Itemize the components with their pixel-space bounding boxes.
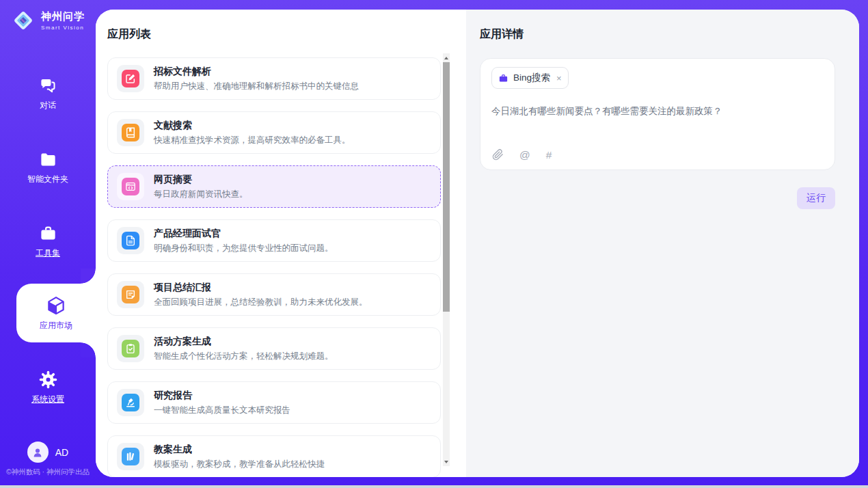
sidebar-item-app-market[interactable]: 应用市场 bbox=[16, 284, 96, 342]
app-desc: 智能生成个性化活动方案，轻松解决规划难题。 bbox=[154, 351, 334, 362]
user-icon bbox=[31, 446, 44, 459]
paperclip-icon[interactable] bbox=[492, 149, 504, 161]
sidebar-item-label: 对话 bbox=[40, 100, 56, 111]
app-card-literature-search[interactable]: 文献搜索 快速精准查找学术资源，提高研究效率的必备工具。 bbox=[107, 111, 441, 154]
app-card-project-report[interactable]: 项目总结汇报 全面回顾项目进展，总结经验教训，助力未来优化发展。 bbox=[107, 273, 441, 316]
hash-icon[interactable]: # bbox=[546, 150, 552, 161]
app-card-web-summary[interactable]: 网页摘要 每日政府新闻资讯快查。 bbox=[107, 165, 441, 208]
brand-diamond-icon bbox=[11, 8, 36, 33]
app-card-lesson-plan[interactable]: 教案生成 模板驱动，教案秒成，教学准备从此轻松快捷 bbox=[107, 435, 441, 477]
main-content: 应用列表 招标文件解析 帮助用户快速、准确地理解和解析招标书中的关键信息 文献搜… bbox=[96, 10, 859, 477]
books-icon bbox=[122, 448, 139, 465]
sidebar-item-label: 系统设置 bbox=[31, 394, 64, 405]
app-desc: 模板驱动，教案秒成，教学准备从此轻松快捷 bbox=[154, 459, 325, 470]
sidebar-item-toolset[interactable]: 工具集 bbox=[0, 224, 96, 259]
sidebar-item-label: 工具集 bbox=[36, 247, 60, 259]
run-button[interactable]: 运行 bbox=[797, 187, 835, 209]
sidebar-item-label: 应用市场 bbox=[40, 320, 72, 331]
sidebar-item-chat[interactable]: 对话 bbox=[0, 77, 96, 111]
chat-icon bbox=[39, 77, 57, 95]
app-desc: 明确身份和职责，为您提供专业性的面试问题。 bbox=[154, 243, 334, 254]
app-detail-panel: 应用详情 Bing搜索 × 今日湖北有哪些新闻要点？有哪些需要关注的最新政策？ … bbox=[466, 10, 859, 477]
prompt-card[interactable]: Bing搜索 × 今日湖北有哪些新闻要点？有哪些需要关注的最新政策？ @ # bbox=[480, 58, 835, 170]
briefcase-icon bbox=[498, 73, 508, 83]
prompt-text[interactable]: 今日湖北有哪些新闻要点？有哪些需要关注的最新政策？ bbox=[491, 105, 824, 118]
avatar bbox=[27, 442, 49, 463]
brand-subtitle: Smart Vision bbox=[41, 25, 85, 31]
app-card-pm-interviewer[interactable]: 产品经理面试官 明确身份和职责，为您提供专业性的面试问题。 bbox=[107, 219, 441, 262]
microscope-icon bbox=[122, 394, 139, 411]
app-title: 活动方案生成 bbox=[154, 336, 334, 348]
brand-name: 神州问学 bbox=[41, 10, 85, 23]
book-icon bbox=[122, 124, 139, 141]
app-list-panel: 应用列表 招标文件解析 帮助用户快速、准确地理解和解析招标书中的关键信息 文献搜… bbox=[96, 10, 466, 477]
sidebar: 神州问学 Smart Vision 对话 智能文件夹 工具集 应用市场 系统设置… bbox=[0, 0, 96, 488]
list-scrollbar[interactable] bbox=[443, 53, 450, 466]
note-icon bbox=[122, 286, 139, 303]
app-card-research-report[interactable]: 研究报告 一键智能生成高质量长文本研究报告 bbox=[107, 381, 441, 424]
tool-tag-label: Bing搜索 bbox=[513, 72, 550, 84]
app-card-bid-analysis[interactable]: 招标文件解析 帮助用户快速、准确地理解和解析招标书中的关键信息 bbox=[107, 57, 441, 100]
clipboard-check-icon bbox=[122, 340, 139, 357]
cube-icon bbox=[46, 295, 66, 316]
mention-icon[interactable]: @ bbox=[519, 150, 530, 161]
close-icon[interactable]: × bbox=[556, 73, 562, 83]
app-detail-title: 应用详情 bbox=[480, 27, 835, 42]
app-list: 招标文件解析 帮助用户快速、准确地理解和解析招标书中的关键信息 文献搜索 快速精… bbox=[107, 57, 441, 477]
folder-icon bbox=[39, 150, 57, 169]
app-title: 产品经理面试官 bbox=[154, 228, 334, 240]
app-title: 文献搜索 bbox=[154, 120, 351, 132]
app-title: 招标文件解析 bbox=[154, 66, 359, 78]
user-initials: AD bbox=[55, 447, 68, 458]
sidebar-item-label: 智能文件夹 bbox=[27, 174, 68, 185]
briefcase-icon bbox=[39, 224, 57, 243]
app-list-title: 应用列表 bbox=[107, 27, 466, 42]
app-title: 研究报告 bbox=[154, 390, 290, 402]
browser-code-icon bbox=[122, 178, 139, 195]
composer-toolbar: @ # bbox=[492, 149, 552, 161]
edit-icon bbox=[122, 70, 139, 87]
scrollbar-thumb[interactable] bbox=[443, 62, 450, 312]
scroll-up-button[interactable] bbox=[443, 53, 450, 62]
sidebar-item-smart-folder[interactable]: 智能文件夹 bbox=[0, 150, 96, 185]
app-title: 项目总结汇报 bbox=[154, 282, 368, 294]
app-title: 网页摘要 bbox=[154, 174, 248, 186]
app-desc: 全面回顾项目进展，总结经验教训，助力未来优化发展。 bbox=[154, 297, 368, 308]
document-icon bbox=[122, 232, 139, 249]
brand-logo: 神州问学 Smart Vision bbox=[0, 8, 96, 33]
app-desc: 一键智能生成高质量长文本研究报告 bbox=[154, 405, 290, 416]
copyright-footer: ©神州数码 · 神州问学出品 bbox=[0, 467, 96, 477]
app-title: 教案生成 bbox=[154, 444, 325, 456]
app-desc: 快速精准查找学术资源，提高研究效率的必备工具。 bbox=[154, 135, 351, 146]
sidebar-item-settings[interactable]: 系统设置 bbox=[0, 370, 96, 405]
user-account[interactable]: AD bbox=[0, 442, 96, 463]
app-card-event-plan[interactable]: 活动方案生成 智能生成个性化活动方案，轻松解决规划难题。 bbox=[107, 327, 441, 370]
triangle-up-icon bbox=[444, 57, 448, 59]
tool-tag-bing-search[interactable]: Bing搜索 × bbox=[491, 67, 569, 89]
gear-icon bbox=[39, 370, 57, 389]
app-desc: 帮助用户快速、准确地理解和解析招标书中的关键信息 bbox=[154, 81, 359, 92]
app-desc: 每日政府新闻资讯快查。 bbox=[154, 189, 248, 200]
triangle-down-icon bbox=[444, 461, 448, 463]
scroll-down-button[interactable] bbox=[443, 457, 450, 466]
